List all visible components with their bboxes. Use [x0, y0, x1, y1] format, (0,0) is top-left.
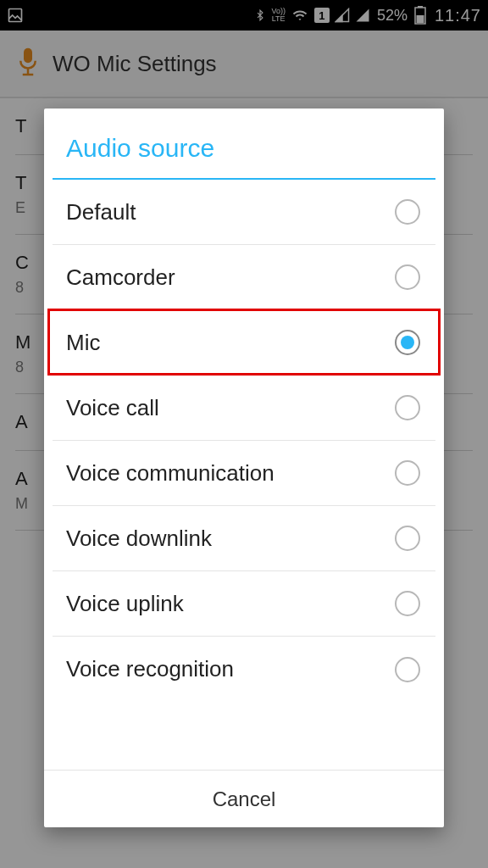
- option-label: Mic: [66, 330, 100, 356]
- option-mic[interactable]: Mic: [53, 310, 435, 376]
- cancel-button[interactable]: Cancel: [213, 787, 276, 811]
- option-voice-call[interactable]: Voice call: [53, 376, 435, 441]
- option-label: Voice uplink: [66, 591, 184, 617]
- radio-icon[interactable]: [395, 526, 420, 551]
- dialog-option-list: DefaultCamcorderMicVoice callVoice commu…: [44, 180, 444, 770]
- radio-icon[interactable]: [395, 460, 420, 486]
- option-label: Voice downlink: [66, 526, 212, 552]
- option-voice-recognition[interactable]: Voice recognition: [53, 637, 435, 702]
- option-voice-communication[interactable]: Voice communication: [53, 441, 435, 506]
- dialog-title: Audio source: [44, 108, 444, 178]
- option-label: Voice call: [66, 395, 159, 421]
- radio-icon[interactable]: [395, 591, 420, 616]
- option-label: Default: [66, 199, 136, 225]
- radio-icon[interactable]: [395, 199, 420, 225]
- radio-icon[interactable]: [395, 264, 420, 290]
- option-default[interactable]: Default: [53, 180, 435, 245]
- option-voice-downlink[interactable]: Voice downlink: [53, 506, 435, 571]
- option-label: Voice recognition: [66, 656, 234, 682]
- radio-icon[interactable]: [395, 395, 420, 420]
- option-label: Camcorder: [66, 264, 175, 291]
- radio-icon[interactable]: [395, 330, 420, 355]
- option-label: Voice communication: [66, 460, 274, 487]
- dialog-footer: Cancel: [44, 770, 444, 827]
- option-voice-uplink[interactable]: Voice uplink: [53, 571, 435, 637]
- radio-icon[interactable]: [395, 657, 420, 682]
- option-camcorder[interactable]: Camcorder: [53, 245, 435, 310]
- audio-source-dialog: Audio source DefaultCamcorderMicVoice ca…: [44, 108, 444, 827]
